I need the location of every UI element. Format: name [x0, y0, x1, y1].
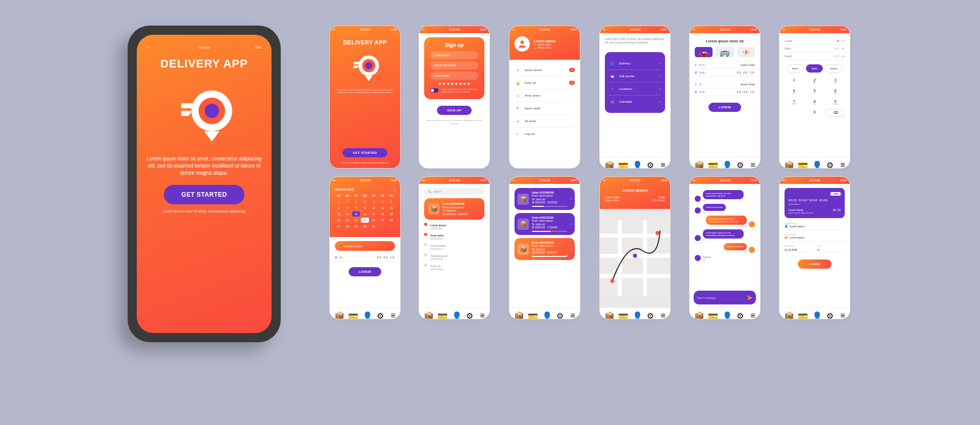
avatar [514, 36, 530, 52]
menu-messages[interactable]: ✉Ipsum ipsum1 [514, 64, 575, 77]
intro-desc: Lorem ipsum dolor sit amet, consectetur … [335, 88, 395, 93]
key-4[interactable]: 4GHI [785, 87, 803, 96]
pay-button[interactable]: LOREM [798, 259, 831, 269]
key-1[interactable]: 1 [785, 77, 803, 85]
action-delivery[interactable]: 🌐Delivery› [609, 57, 661, 70]
from-field[interactable]: ✈From:Lorem, Dolor [695, 61, 755, 69]
profile-name: Lorem Name [534, 39, 575, 43]
unit-chip[interactable]: lorem [787, 64, 804, 73]
email-field[interactable]: Lorem Email [430, 72, 478, 80]
mode-bus[interactable]: 🚌 [716, 47, 733, 57]
key-5[interactable]: 5JKL [805, 87, 824, 96]
date-field-2[interactable]: 🗓Date:29 06 19 [695, 88, 755, 96]
action-calculate[interactable]: 🧮Calculate› [609, 96, 661, 108]
day-today[interactable]: 23 [361, 218, 369, 223]
length-field[interactable]: Length15cm [785, 37, 845, 45]
key-9[interactable]: 9WXYZ [826, 98, 845, 107]
height-field[interactable]: Height0,00cm [785, 53, 845, 60]
key-6[interactable]: 6MNO [826, 87, 845, 96]
card-badge: CARD [830, 192, 841, 196]
screen-profile: •••10:30 AM100% Lorem Name ✎Ipsum dolor … [509, 26, 580, 169]
logout-icon: ⎆ [514, 131, 521, 137]
menu-item[interactable]: 🗎Ipsum dolor [514, 102, 575, 115]
screen-signup: •••10:30 AM100% Sign up Lorem Name 380 0… [419, 26, 490, 169]
screen-tracking: •••10:30 AM100% Lorem ipsum Lorem, Dolor… [599, 176, 671, 319]
avatar-sit [695, 196, 701, 202]
search-result-card[interactable]: 📦 Order #123456789 From: lorem ipsum To:… [424, 198, 484, 220]
cvv-field[interactable]: ••• [817, 247, 845, 253]
gear-icon: ⚙ [514, 118, 521, 124]
bell-icon: 🔔 [514, 80, 521, 86]
location-pill[interactable]: 📍Lorem, Dolor [335, 241, 395, 251]
password-dots[interactable] [430, 83, 478, 85]
chat-input[interactable]: Type a message ... ➤ [694, 291, 756, 304]
phone-field[interactable]: 380 00 000 00 000 [430, 61, 478, 69]
chat-bubble: Lorem ipsum dolor sit amet, consectetur … [703, 190, 744, 199]
tab-profile-icon[interactable]: 👤 [632, 160, 638, 166]
action-call-courier[interactable]: ☎Call courier› [609, 70, 661, 83]
intro-foot: Lorem ipsum dolor sit amet, consectetuer… [335, 161, 395, 164]
sit-field[interactable]: 🗓Sit:29 06 19 [335, 254, 395, 262]
screen-intro: •••10:30 AM100% DELIVERY APP Lorem ipsum… [329, 26, 401, 169]
name-field[interactable]: Lorem Name [430, 51, 478, 59]
key-0[interactable]: 0 [805, 109, 824, 117]
order-card[interactable]: 📦 Order #101010101From: lorem ipsumTo: d… [514, 213, 575, 235]
tab-home-icon[interactable]: 📦 [604, 160, 609, 166]
order-card[interactable]: 📦 Order #123456789From: lorem ipsumTo: d… [514, 188, 575, 210]
next-month[interactable]: › [394, 188, 395, 191]
date-field[interactable]: 🗓Date:26 06 19 [695, 69, 755, 77]
clock: 10:30 AM [137, 46, 272, 49]
screen-orders: •••10:30 AM100% 📦 Order #123456789From: … [509, 176, 580, 319]
to-field[interactable]: ✈To:Ipsum, Amet [695, 81, 755, 88]
send-icon[interactable]: ➤ [746, 293, 753, 302]
action-locations[interactable]: 📍Locations› [609, 83, 661, 96]
unit-chip-active[interactable]: dolor [806, 64, 823, 73]
tab-wallet-icon[interactable]: 💳 [618, 160, 623, 166]
key-2[interactable]: 2ABC [805, 77, 824, 85]
signup-button[interactable]: SIGN UP [437, 106, 472, 115]
screen-actions: •••10:30 AM100% Lorem ipsum dolor sit am… [599, 26, 671, 169]
prev-month[interactable]: ‹ [390, 188, 391, 191]
order-card-done[interactable]: 📦 Order #010101010From: lorem ipsumTo: d… [514, 238, 575, 260]
menu-logout[interactable]: ⎆Log out [514, 128, 575, 140]
form-title: Lorem ipsum dolor sit [695, 39, 755, 43]
svg-point-2 [205, 104, 219, 118]
submit-button[interactable]: LOREM [708, 103, 741, 112]
menu-notifications[interactable]: 🔔Dolor sit3 [514, 77, 575, 89]
menu-settings[interactable]: ⚙Sit amte [514, 115, 575, 128]
device-frame: ••• ⌵ 10:30 AM 100% DELIVERY APP Lorem i… [128, 26, 281, 342]
get-started-button[interactable]: GET STARTED [342, 148, 387, 157]
terms-toggle[interactable] [430, 88, 438, 92]
key-7[interactable]: 7PQRS [785, 98, 803, 107]
tab-menu-icon[interactable]: ≡ [660, 160, 666, 166]
map-view[interactable] [600, 209, 670, 308]
doc-icon: 🗎 [514, 105, 521, 111]
app-title: DELIVERY APP [144, 57, 264, 70]
calc-icon: 🧮 [609, 99, 615, 105]
credit-card[interactable]: CARD 0000 0000 0000 0000 Ipsum dolor Lor… [785, 188, 845, 218]
status-bar: ••• ⌵ 10:30 AM 100% [144, 44, 264, 51]
calendar-cta[interactable]: LOREM [349, 267, 381, 276]
card-icon: ▭ [534, 46, 536, 49]
svg-point-8 [610, 279, 615, 283]
splash-footnote: Lorem ipsum dolor sit amet, consectetuer… [144, 209, 264, 213]
screen-ship-form: •••10:30 AM100% Lorem ipsum dolor sit 🚗 … [689, 26, 761, 169]
day-selected[interactable]: 15 [352, 211, 360, 217]
app-logo [174, 83, 235, 144]
pin-icon: 📍 [609, 86, 615, 92]
width-field[interactable]: Width0,00cm [785, 45, 845, 53]
get-started-button[interactable]: GET STARTED [164, 185, 244, 204]
search-input[interactable]: 🔍Search [424, 188, 484, 195]
key-3[interactable]: 3DEF [826, 77, 845, 85]
tab-settings-icon[interactable]: ⚙ [647, 160, 652, 166]
unit-chip[interactable]: ipsum [825, 64, 843, 73]
mode-plane[interactable]: ✈ [737, 47, 755, 57]
expiry-field[interactable]: 01.22.2022 [785, 247, 812, 253]
svg-point-5 [365, 62, 373, 69]
key-backspace[interactable]: ⌫ [826, 109, 845, 117]
menu-item[interactable]: ☀Amet lorem [514, 89, 575, 102]
plane-down-icon: ✈ [695, 83, 697, 86]
pin-icon: 📍 [339, 244, 342, 248]
key-8[interactable]: 8TUV [805, 98, 824, 107]
mode-car[interactable]: 🚗 [695, 47, 713, 57]
